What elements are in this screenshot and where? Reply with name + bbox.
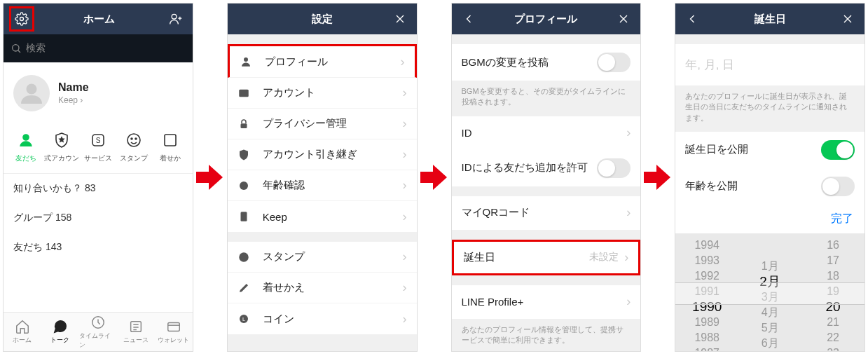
chevron-right-icon: › xyxy=(403,280,407,295)
arrow-icon xyxy=(420,163,448,191)
birthday-note: あなたのプロフィールに誕生日が表示され、誕生日の当日に友だちのタイムラインに通知… xyxy=(675,85,864,132)
profile-row[interactable]: Name Keep › xyxy=(4,62,193,124)
search-placeholder: 検索 xyxy=(26,42,46,55)
settings-item-keep[interactable]: Keep › xyxy=(228,201,417,232)
chevron-right-icon: › xyxy=(403,178,407,193)
profile-name: Name xyxy=(58,81,89,94)
settings-item-age[interactable]: 年齢確認 › xyxy=(228,170,417,201)
arrow-icon xyxy=(644,163,672,191)
bgm-note: BGMを変更すると、その変更がタイムラインに投稿されます。 xyxy=(452,81,641,116)
settings-item-stamps[interactable]: スタンプ › xyxy=(228,242,417,273)
settings-group-2: スタンプ › 着せかえ › L コイン › xyxy=(228,242,417,334)
picker-month[interactable]: 1月2月3月4月5月6月 xyxy=(738,233,801,351)
back-icon[interactable] xyxy=(457,8,480,30)
home-content: Name Keep › 友だち 公式アカウント S サービス スタンプ xyxy=(4,62,193,312)
toggle-switch[interactable] xyxy=(821,177,855,196)
settings-item-themes[interactable]: 着せかえ › xyxy=(228,273,417,303)
done-button[interactable]: 完了 xyxy=(675,205,864,233)
birthday-input[interactable]: 年, 月, 日 xyxy=(675,44,864,85)
chevron-right-icon: › xyxy=(403,210,407,224)
chevron-right-icon: › xyxy=(403,249,407,264)
chevron-right-icon: › xyxy=(626,125,631,140)
nav-home[interactable]: ホーム xyxy=(4,313,41,351)
publish-age-toggle[interactable]: 年齢を公開 xyxy=(675,168,864,205)
toggle-switch[interactable] xyxy=(821,140,855,160)
svg-point-0 xyxy=(20,18,24,21)
arrow-icon xyxy=(196,163,224,191)
tab-services[interactable]: S サービス xyxy=(80,130,116,163)
smile-icon xyxy=(123,130,144,151)
keep-icon xyxy=(237,210,256,223)
list-item[interactable]: グループ 158 xyxy=(4,203,193,233)
brush-icon xyxy=(237,282,256,294)
svg-rect-10 xyxy=(165,135,176,146)
nav-news[interactable]: ニュース xyxy=(117,313,155,351)
profile-keep[interactable]: Keep › xyxy=(58,95,89,105)
svg-text:L: L xyxy=(242,316,245,322)
chevron-right-icon: › xyxy=(626,205,631,220)
tab-themes[interactable]: 着せか xyxy=(152,130,188,163)
bgm-post-toggle[interactable]: BGMの変更を投稿 xyxy=(452,44,641,81)
screen-settings: 設定 プロフィール › アカウント › プライバシー管理 › アカウント引き xyxy=(227,3,418,352)
close-icon[interactable] xyxy=(612,8,635,30)
tab-stamps[interactable]: スタンプ xyxy=(116,130,153,163)
chevron-right-icon: › xyxy=(401,55,405,69)
settings-item-profile[interactable]: プロフィール › xyxy=(228,44,417,78)
nav-timeline[interactable]: タイムライン xyxy=(79,313,117,351)
svg-point-2 xyxy=(13,45,19,51)
svg-rect-15 xyxy=(239,89,249,97)
svg-rect-13 xyxy=(168,323,180,331)
list-item[interactable]: 知り合いかも？ 83 xyxy=(4,174,193,203)
svg-point-8 xyxy=(131,138,132,139)
gear-icon[interactable] xyxy=(9,6,34,32)
square-s-icon: S xyxy=(88,130,109,151)
picker-day[interactable]: 161718192021222324 xyxy=(801,233,864,351)
smile-icon xyxy=(237,251,256,263)
settings-item-transfer[interactable]: アカウント引き継ぎ › xyxy=(228,139,417,170)
svg-point-17 xyxy=(240,182,248,190)
toggle-switch[interactable] xyxy=(597,158,631,178)
birthday-row[interactable]: 誕生日 未設定 › xyxy=(452,240,641,275)
back-icon[interactable] xyxy=(681,8,703,30)
chevron-right-icon: › xyxy=(624,250,628,265)
svg-point-7 xyxy=(128,134,140,146)
add-friend-icon[interactable] xyxy=(165,8,187,30)
search-icon xyxy=(11,43,22,54)
close-icon[interactable] xyxy=(836,8,859,30)
chevron-right-icon: › xyxy=(626,294,631,309)
screen-profile: プロフィール BGMの変更を投稿 BGMを変更すると、その変更がタイムラインに投… xyxy=(451,3,642,352)
birthday-content: 年, 月, 日 あなたのプロフィールに誕生日が表示され、誕生日の当日に友だちのタ… xyxy=(675,34,864,351)
id-add-toggle[interactable]: IDによる友だち追加を許可 xyxy=(452,150,641,186)
svg-point-9 xyxy=(135,138,137,139)
page-title: プロフィール xyxy=(480,13,613,26)
header: ホーム xyxy=(4,4,193,34)
settings-item-account[interactable]: アカウント › xyxy=(228,78,417,109)
header: 誕生日 xyxy=(675,4,864,34)
svg-rect-16 xyxy=(240,123,247,128)
screen-home: ホーム 検索 Name Keep › 友だち 公式アカウント xyxy=(3,3,193,352)
nav-wallet[interactable]: ウォレット xyxy=(155,313,193,351)
settings-item-coins[interactable]: L コイン › xyxy=(228,303,417,334)
close-icon[interactable] xyxy=(389,8,411,30)
toggle-switch[interactable] xyxy=(597,53,631,72)
page-title: 誕生日 xyxy=(703,13,836,26)
header: 設定 xyxy=(228,4,417,34)
nav-talk[interactable]: トーク xyxy=(41,313,79,351)
chevron-right-icon: › xyxy=(403,116,407,131)
picker-year[interactable]: 199419931992199119901989198819871986 xyxy=(675,233,738,351)
line-profile-plus-row[interactable]: LINE Profile+ › xyxy=(452,285,641,319)
category-tabs: 友だち 公式アカウント S サービス スタンプ 着せか xyxy=(4,124,193,173)
publish-birthday-toggle[interactable]: 誕生日を公開 xyxy=(675,132,864,168)
list-item[interactable]: 友だち 143 xyxy=(4,233,193,262)
tab-friends[interactable]: 友だち xyxy=(8,130,44,163)
date-picker[interactable]: 199419931992199119901989198819871986 1月2… xyxy=(675,233,864,351)
tab-official[interactable]: 公式アカウント xyxy=(44,130,81,163)
svg-text:S: S xyxy=(96,137,101,144)
settings-item-privacy[interactable]: プライバシー管理 › xyxy=(228,109,417,139)
id-row[interactable]: ID › xyxy=(452,116,641,150)
shield-check-icon xyxy=(237,149,256,161)
search-input[interactable]: 検索 xyxy=(4,34,193,62)
screen-birthday: 誕生日 年, 月, 日 あなたのプロフィールに誕生日が表示され、誕生日の当日に友… xyxy=(675,3,865,352)
qr-row[interactable]: マイQRコード › xyxy=(452,196,641,230)
coin-icon: L xyxy=(237,313,256,325)
